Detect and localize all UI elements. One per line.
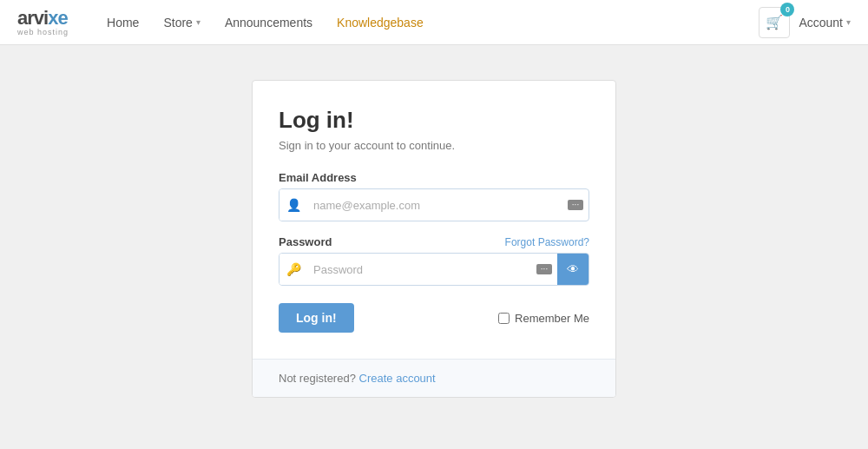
logo-sub: web hosting xyxy=(17,28,69,36)
logo-text: arvixe xyxy=(17,9,68,28)
email-label: Email Address xyxy=(279,171,589,184)
remember-me-text: Remember Me xyxy=(515,312,589,325)
email-extra-icon: ··· xyxy=(562,189,589,221)
password-label: Password xyxy=(279,235,332,248)
login-footer: Not registered? Create account xyxy=(253,359,615,397)
nav-store[interactable]: Store ▾ xyxy=(151,0,212,45)
cart-badge: 0 xyxy=(780,3,794,17)
cart-icon: 🛒 xyxy=(766,14,783,30)
login-button[interactable]: Log in! xyxy=(279,303,354,333)
email-input[interactable] xyxy=(308,192,562,219)
header-left: arvixe web hosting Home Store ▾ Announce… xyxy=(17,0,436,45)
remember-me-label[interactable]: Remember Me xyxy=(498,312,589,325)
cart-button[interactable]: 🛒 0 xyxy=(759,7,790,38)
password-label-row: Password Forgot Password? xyxy=(279,235,589,248)
password-dots-icon: ··· xyxy=(531,254,557,285)
header-right: 🛒 0 Account ▾ xyxy=(759,7,851,38)
main-content: Log in! Sign in to your account to conti… xyxy=(0,45,868,449)
login-subtitle: Sign in to your account to continue. xyxy=(279,139,589,152)
account-button[interactable]: Account ▾ xyxy=(799,16,851,30)
user-icon: 👤 xyxy=(279,189,308,221)
create-account-link[interactable]: Create account xyxy=(359,372,436,385)
remember-me-checkbox[interactable] xyxy=(498,313,510,324)
password-input-wrapper: 🔑 ··· 👁 xyxy=(279,253,589,286)
password-group: Password Forgot Password? 🔑 ··· 👁 xyxy=(279,235,589,286)
login-body: Log in! Sign in to your account to conti… xyxy=(253,81,615,359)
login-card: Log in! Sign in to your account to conti… xyxy=(252,80,616,398)
nav-knowledgebase[interactable]: Knowledgebase xyxy=(325,0,436,45)
account-label: Account xyxy=(799,16,843,30)
email-group: Email Address 👤 ··· xyxy=(279,171,589,221)
form-actions: Log in! Remember Me xyxy=(279,303,589,333)
forgot-password-link[interactable]: Forgot Password? xyxy=(505,236,589,248)
password-input[interactable] xyxy=(308,256,531,283)
not-registered-text: Not registered? xyxy=(279,372,356,385)
toggle-password-button[interactable]: 👁 xyxy=(557,254,589,285)
login-title: Log in! xyxy=(279,107,589,134)
lock-icon: 🔑 xyxy=(279,254,308,285)
main-nav: Home Store ▾ Announcements Knowledgebase xyxy=(95,0,436,45)
account-chevron-icon: ▾ xyxy=(846,17,851,27)
email-dots-icon: ··· xyxy=(568,200,583,210)
logo[interactable]: arvixe web hosting xyxy=(17,9,69,36)
email-input-wrapper: 👤 ··· xyxy=(279,188,589,221)
eye-icon: 👁 xyxy=(567,262,579,276)
nav-announcements[interactable]: Announcements xyxy=(213,0,325,45)
header: arvixe web hosting Home Store ▾ Announce… xyxy=(0,0,868,45)
store-chevron-icon: ▾ xyxy=(196,17,201,27)
nav-home[interactable]: Home xyxy=(95,0,151,45)
